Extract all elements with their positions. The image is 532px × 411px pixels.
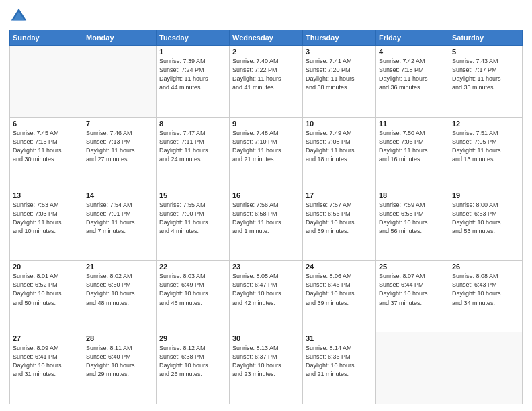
weekday-header-thursday: Thursday	[303, 30, 376, 46]
calendar-cell-10: 9Sunrise: 7:48 AM Sunset: 7:10 PM Daylig…	[230, 117, 303, 189]
day-number: 28	[86, 334, 153, 342]
calendar-cell-28: 27Sunrise: 8:09 AM Sunset: 6:41 PM Dayli…	[10, 332, 83, 404]
calendar-cell-34	[449, 332, 523, 404]
calendar-cell-32: 31Sunrise: 8:14 AM Sunset: 6:36 PM Dayli…	[303, 332, 376, 404]
calendar-cell-27: 26Sunrise: 8:08 AM Sunset: 6:43 PM Dayli…	[449, 261, 523, 332]
calendar-cell-17: 16Sunrise: 7:56 AM Sunset: 6:58 PM Dayli…	[230, 189, 303, 261]
calendar-cell-25: 24Sunrise: 8:06 AM Sunset: 6:46 PM Dayli…	[303, 261, 376, 332]
day-number: 12	[452, 120, 519, 128]
day-number: 7	[86, 120, 153, 128]
day-detail: Sunrise: 8:08 AM Sunset: 6:43 PM Dayligh…	[452, 272, 519, 307]
day-number: 15	[159, 191, 226, 199]
calendar-cell-33	[376, 332, 449, 404]
calendar-cell-21: 20Sunrise: 8:01 AM Sunset: 6:52 PM Dayli…	[10, 261, 83, 332]
calendar-cell-5: 4Sunrise: 7:42 AM Sunset: 7:18 PM Daylig…	[376, 46, 449, 118]
day-number: 10	[306, 120, 373, 128]
calendar-cell-3: 2Sunrise: 7:40 AM Sunset: 7:22 PM Daylig…	[230, 46, 303, 118]
day-detail: Sunrise: 7:48 AM Sunset: 7:10 PM Dayligh…	[232, 129, 300, 164]
calendar-cell-2: 1Sunrise: 7:39 AM Sunset: 7:24 PM Daylig…	[157, 46, 230, 118]
weekday-header-row: SundayMondayTuesdayWednesdayThursdayFrid…	[10, 30, 523, 46]
day-detail: Sunrise: 7:46 AM Sunset: 7:13 PM Dayligh…	[86, 129, 153, 164]
weekday-header-wednesday: Wednesday	[230, 30, 303, 46]
day-number: 8	[159, 120, 226, 128]
day-number: 4	[379, 48, 446, 56]
day-number: 3	[306, 48, 373, 56]
day-detail: Sunrise: 8:02 AM Sunset: 6:50 PM Dayligh…	[86, 272, 153, 307]
day-detail: Sunrise: 7:42 AM Sunset: 7:18 PM Dayligh…	[379, 57, 446, 92]
day-detail: Sunrise: 8:00 AM Sunset: 6:53 PM Dayligh…	[452, 201, 519, 236]
day-number: 19	[452, 191, 519, 199]
calendar-cell-30: 29Sunrise: 8:12 AM Sunset: 6:38 PM Dayli…	[157, 332, 230, 404]
day-number: 11	[379, 120, 446, 128]
day-detail: Sunrise: 7:59 AM Sunset: 6:55 PM Dayligh…	[379, 201, 446, 236]
day-detail: Sunrise: 7:51 AM Sunset: 7:05 PM Dayligh…	[452, 129, 519, 164]
day-detail: Sunrise: 7:43 AM Sunset: 7:17 PM Dayligh…	[452, 57, 519, 92]
day-number: 2	[232, 48, 300, 56]
day-number: 27	[13, 334, 80, 342]
weekday-header-sunday: Sunday	[10, 30, 83, 46]
day-number: 22	[159, 263, 226, 271]
calendar-cell-15: 14Sunrise: 7:54 AM Sunset: 7:01 PM Dayli…	[83, 189, 157, 261]
day-number: 1	[159, 48, 226, 56]
calendar-cell-6: 5Sunrise: 7:43 AM Sunset: 7:17 PM Daylig…	[449, 46, 523, 118]
day-number: 30	[232, 334, 300, 342]
day-detail: Sunrise: 8:11 AM Sunset: 6:40 PM Dayligh…	[86, 344, 153, 379]
day-detail: Sunrise: 8:14 AM Sunset: 6:36 PM Dayligh…	[306, 344, 373, 379]
calendar-cell-12: 11Sunrise: 7:50 AM Sunset: 7:06 PM Dayli…	[376, 117, 449, 189]
calendar-cell-9: 8Sunrise: 7:47 AM Sunset: 7:11 PM Daylig…	[157, 117, 230, 189]
day-detail: Sunrise: 7:57 AM Sunset: 6:56 PM Dayligh…	[306, 201, 373, 236]
calendar-cell-19: 18Sunrise: 7:59 AM Sunset: 6:55 PM Dayli…	[376, 189, 449, 261]
day-detail: Sunrise: 8:03 AM Sunset: 6:49 PM Dayligh…	[159, 272, 226, 307]
week-row-3: 13Sunrise: 7:53 AM Sunset: 7:03 PM Dayli…	[10, 189, 523, 261]
calendar-cell-8: 7Sunrise: 7:46 AM Sunset: 7:13 PM Daylig…	[83, 117, 157, 189]
weekday-header-saturday: Saturday	[449, 30, 523, 46]
day-number: 9	[232, 120, 300, 128]
day-number: 29	[159, 334, 226, 342]
weekday-header-tuesday: Tuesday	[157, 30, 230, 46]
day-number: 31	[306, 334, 373, 342]
calendar-cell-29: 28Sunrise: 8:11 AM Sunset: 6:40 PM Dayli…	[83, 332, 157, 404]
day-detail: Sunrise: 7:47 AM Sunset: 7:11 PM Dayligh…	[159, 129, 226, 164]
logo	[9, 7, 31, 26]
day-number: 18	[379, 191, 446, 199]
day-number: 24	[306, 263, 373, 271]
day-number: 14	[86, 191, 153, 199]
calendar-cell-0	[10, 46, 83, 118]
weekday-header-friday: Friday	[376, 30, 449, 46]
day-detail: Sunrise: 7:39 AM Sunset: 7:24 PM Dayligh…	[159, 57, 226, 92]
logo-icon	[9, 7, 28, 26]
day-detail: Sunrise: 7:55 AM Sunset: 7:00 PM Dayligh…	[159, 201, 226, 236]
calendar: SundayMondayTuesdayWednesdayThursdayFrid…	[9, 30, 523, 404]
calendar-cell-20: 19Sunrise: 8:00 AM Sunset: 6:53 PM Dayli…	[449, 189, 523, 261]
day-number: 5	[452, 48, 519, 56]
day-number: 26	[452, 263, 519, 271]
header	[9, 7, 523, 26]
calendar-cell-16: 15Sunrise: 7:55 AM Sunset: 7:00 PM Dayli…	[157, 189, 230, 261]
day-detail: Sunrise: 8:09 AM Sunset: 6:41 PM Dayligh…	[13, 344, 80, 379]
calendar-cell-31: 30Sunrise: 8:13 AM Sunset: 6:37 PM Dayli…	[230, 332, 303, 404]
day-detail: Sunrise: 7:54 AM Sunset: 7:01 PM Dayligh…	[86, 201, 153, 236]
weekday-header-monday: Monday	[83, 30, 157, 46]
calendar-cell-7: 6Sunrise: 7:45 AM Sunset: 7:15 PM Daylig…	[10, 117, 83, 189]
day-detail: Sunrise: 8:06 AM Sunset: 6:46 PM Dayligh…	[306, 272, 373, 307]
day-number: 17	[306, 191, 373, 199]
calendar-cell-24: 23Sunrise: 8:05 AM Sunset: 6:47 PM Dayli…	[230, 261, 303, 332]
calendar-cell-14: 13Sunrise: 7:53 AM Sunset: 7:03 PM Dayli…	[10, 189, 83, 261]
day-detail: Sunrise: 8:05 AM Sunset: 6:47 PM Dayligh…	[232, 272, 300, 307]
day-detail: Sunrise: 7:41 AM Sunset: 7:20 PM Dayligh…	[306, 57, 373, 92]
day-detail: Sunrise: 7:50 AM Sunset: 7:06 PM Dayligh…	[379, 129, 446, 164]
day-number: 6	[13, 120, 80, 128]
calendar-cell-23: 22Sunrise: 8:03 AM Sunset: 6:49 PM Dayli…	[157, 261, 230, 332]
day-detail: Sunrise: 7:56 AM Sunset: 6:58 PM Dayligh…	[232, 201, 300, 236]
day-detail: Sunrise: 8:13 AM Sunset: 6:37 PM Dayligh…	[232, 344, 300, 379]
calendar-cell-18: 17Sunrise: 7:57 AM Sunset: 6:56 PM Dayli…	[303, 189, 376, 261]
calendar-cell-26: 25Sunrise: 8:07 AM Sunset: 6:44 PM Dayli…	[376, 261, 449, 332]
day-detail: Sunrise: 8:07 AM Sunset: 6:44 PM Dayligh…	[379, 272, 446, 307]
day-detail: Sunrise: 8:01 AM Sunset: 6:52 PM Dayligh…	[13, 272, 80, 307]
week-row-1: 1Sunrise: 7:39 AM Sunset: 7:24 PM Daylig…	[10, 46, 523, 118]
day-number: 13	[13, 191, 80, 199]
day-number: 16	[232, 191, 300, 199]
calendar-cell-13: 12Sunrise: 7:51 AM Sunset: 7:05 PM Dayli…	[449, 117, 523, 189]
day-detail: Sunrise: 7:45 AM Sunset: 7:15 PM Dayligh…	[13, 129, 80, 164]
day-number: 25	[379, 263, 446, 271]
